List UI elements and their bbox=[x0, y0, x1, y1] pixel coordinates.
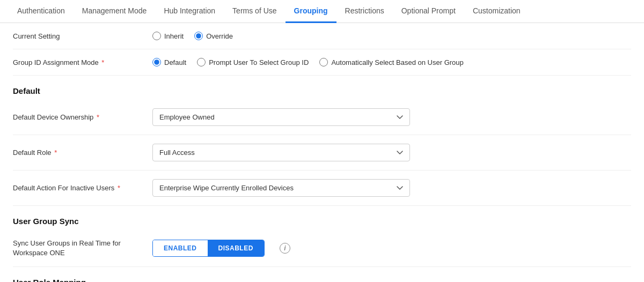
user-group-sync-header: User Group Sync bbox=[13, 206, 631, 230]
role-required: * bbox=[53, 149, 57, 157]
tab-grouping[interactable]: Grouping bbox=[286, 0, 336, 23]
inherit-label: Inherit bbox=[164, 32, 184, 40]
tab-bar: Authentication Management Mode Hub Integ… bbox=[0, 0, 644, 23]
tab-optional-prompt[interactable]: Optional Prompt bbox=[393, 0, 464, 23]
group-id-prompt-radio[interactable] bbox=[197, 58, 206, 66]
group-id-default-text: Default bbox=[164, 58, 186, 66]
current-setting-controls: Inherit Override bbox=[152, 32, 631, 40]
default-device-ownership-controls: Employee Owned Corporate - Dedicated Cor… bbox=[152, 108, 631, 126]
default-action-row: Default Action For Inactive Users * Ente… bbox=[13, 170, 631, 206]
group-id-label: Group ID Assignment Mode * bbox=[13, 58, 152, 66]
default-role-row: Default Role * Full Access Read Only bbox=[13, 135, 631, 170]
sync-label: Sync User Groups in Real Time for Worksp… bbox=[13, 239, 152, 258]
default-role-select[interactable]: Full Access Read Only bbox=[152, 144, 410, 161]
group-id-prompt-text: Prompt User To Select Group ID bbox=[209, 58, 309, 66]
group-id-default-label[interactable]: Default bbox=[152, 58, 186, 66]
group-id-default-radio[interactable] bbox=[152, 58, 161, 66]
tab-authentication[interactable]: Authentication bbox=[9, 0, 74, 23]
action-required: * bbox=[115, 184, 120, 192]
group-id-prompt-label[interactable]: Prompt User To Select Group ID bbox=[197, 58, 309, 66]
default-action-controls: Enterprise Wipe Currently Enrolled Devic… bbox=[152, 179, 631, 197]
tab-management-mode[interactable]: Management Mode bbox=[74, 0, 156, 23]
sync-info-icon[interactable]: i bbox=[280, 243, 290, 254]
default-section-header: Default bbox=[13, 76, 631, 100]
sync-toggle-group: ENABLED DISABLED bbox=[152, 240, 265, 257]
group-id-required: * bbox=[100, 58, 105, 66]
tab-customization[interactable]: Customization bbox=[464, 0, 529, 23]
main-content: Current Setting Inherit Override Group I… bbox=[0, 23, 644, 282]
user-role-mapping-header: User Role Mapping bbox=[13, 267, 631, 282]
default-device-ownership-row: Default Device Ownership * Employee Owne… bbox=[13, 100, 631, 135]
default-action-select[interactable]: Enterprise Wipe Currently Enrolled Devic… bbox=[152, 179, 410, 197]
tabs-container: Authentication Management Mode Hub Integ… bbox=[0, 0, 644, 23]
sync-disabled-button[interactable]: DISABLED bbox=[208, 240, 264, 256]
default-role-controls: Full Access Read Only bbox=[152, 144, 631, 161]
tab-terms-of-use[interactable]: Terms of Use bbox=[224, 0, 285, 23]
default-action-label: Default Action For Inactive Users * bbox=[13, 184, 152, 192]
tab-hub-integration[interactable]: Hub Integration bbox=[155, 0, 224, 23]
override-radio-label[interactable]: Override bbox=[194, 32, 233, 40]
override-label: Override bbox=[206, 32, 233, 40]
default-device-ownership-select[interactable]: Employee Owned Corporate - Dedicated Cor… bbox=[152, 108, 410, 126]
inherit-radio-label[interactable]: Inherit bbox=[152, 32, 184, 40]
group-id-row: Group ID Assignment Mode * Default Promp… bbox=[13, 49, 631, 76]
group-id-controls: Default Prompt User To Select Group ID A… bbox=[152, 58, 631, 66]
sync-enabled-button[interactable]: ENABLED bbox=[153, 240, 208, 256]
override-radio[interactable] bbox=[194, 32, 203, 40]
sync-row: Sync User Groups in Real Time for Worksp… bbox=[13, 230, 631, 267]
current-setting-label: Current Setting bbox=[13, 32, 152, 40]
current-setting-row: Current Setting Inherit Override bbox=[13, 23, 631, 49]
default-role-label: Default Role * bbox=[13, 149, 152, 157]
group-id-auto-label[interactable]: Automatically Select Based on User Group bbox=[319, 58, 463, 66]
sync-controls: ENABLED DISABLED i bbox=[152, 240, 631, 257]
group-id-auto-radio[interactable] bbox=[319, 58, 328, 66]
group-id-auto-text: Automatically Select Based on User Group bbox=[331, 58, 463, 66]
device-ownership-required: * bbox=[94, 113, 99, 121]
tab-restrictions[interactable]: Restrictions bbox=[336, 0, 393, 23]
default-device-ownership-label: Default Device Ownership * bbox=[13, 113, 152, 121]
inherit-radio[interactable] bbox=[152, 32, 161, 40]
